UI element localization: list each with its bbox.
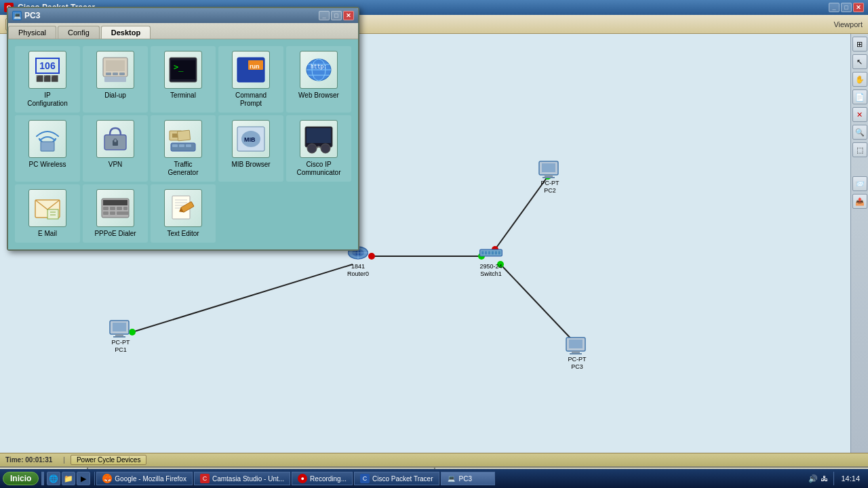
dialog-close[interactable]: ✕ [343,11,354,20]
dialog-title: PC3 [24,11,319,20]
icon-email[interactable]: E Mail [15,184,80,243]
start-button[interactable]: Inicio [3,472,39,485]
pc3-taskbar-label: PC3 [459,475,472,483]
svg-line-3 [500,264,575,343]
dialog-icon: 💻 [12,11,22,20]
svg-rect-55 [41,142,54,151]
mib-browser-icon-box: MIB [232,120,270,158]
icon-command-prompt[interactable]: run CommandPrompt [218,46,283,113]
traffic-gen-label: TrafficGenerator [167,161,198,177]
svg-text:>_: >_ [174,62,184,72]
terminal-label: Terminal [170,92,196,100]
svg-rect-32 [495,251,497,255]
delete-tool-button[interactable]: ✕ [852,107,867,122]
network-node-pc1[interactable]: PC-PTPC1 [108,319,133,354]
web-browser-icon-box: http: [300,51,338,89]
power-cycle-button[interactable]: Power Cycle Devices [71,455,146,465]
icon-cisco-ip-comm[interactable]: Cisco IPCommunicator [286,115,351,182]
switch1-label: 2950-24Switch1 [479,263,502,278]
vpn-label: VPN [108,161,123,169]
dialog-tabs: Physical Config Desktop [8,23,358,39]
icon-pppoe-dialer[interactable]: PPPoE Dialer [83,184,148,243]
icon-terminal[interactable]: >_ Terminal [151,46,216,113]
svg-rect-65 [186,144,191,147]
taskbar-camtasia[interactable]: C Camtasia Studio - Unt... [194,472,290,485]
taskbar-recording[interactable]: ● Recording... [292,472,353,485]
dialog-minimize[interactable]: _ [319,11,330,20]
pppoe-dialer-label: PPPoE Dialer [94,230,136,238]
dialog-controls: _ □ ✕ [319,11,354,20]
icon-web-browser[interactable]: http: Web Browser [286,46,351,113]
command-prompt-icon-box: run [232,51,270,89]
icon-traffic-generator[interactable]: TrafficGenerator [151,115,216,182]
svg-rect-37 [113,73,118,75]
svg-rect-21 [570,353,582,354]
recording-icon: ● [298,474,307,483]
dial-up-icon-box [96,51,134,89]
system-tray: 🔊 🖧 [804,474,832,483]
network-node-pc3[interactable]: PC-PTPC3 [565,336,589,371]
svg-rect-30 [488,251,490,255]
cisco-ip-comm-label: Cisco IPCommunicator [296,161,340,177]
ip-config-icon-box: 106 ⬛⬛⬛ [28,51,66,89]
pc1-label: PC-PTPC1 [112,339,130,354]
icon-pc-wireless[interactable]: PC Wireless [15,115,80,182]
network-node-pc2[interactable]: PC-PTPC2 [538,159,562,195]
network-node-switch1[interactable]: 2950-24Switch1 [479,243,503,278]
icon-vpn[interactable]: VPN [83,115,148,182]
close-button[interactable]: ✕ [853,3,864,12]
minimize-button[interactable]: _ [829,3,840,12]
custom-pdu-button[interactable]: 📤 [852,194,867,209]
pc2-label: PC-PTPC2 [541,180,559,195]
command-prompt-label: CommandPrompt [235,92,267,108]
taskbar-pc3[interactable]: 💻 PC3 [441,472,495,485]
maximize-button[interactable]: □ [841,3,852,12]
router0-label: 1841Router0 [347,263,369,278]
pc3-label: PC-PTPC3 [568,356,587,371]
packet-tracer-icon: C [360,474,370,483]
hand-tool-button[interactable]: ✋ [852,72,867,87]
recording-label: Recording... [310,475,347,483]
pc2-icon [538,159,562,180]
svg-point-71 [307,144,317,153]
note-button[interactable]: 📄 [852,89,867,104]
dialog-titlebar: 💻 PC3 _ □ ✕ [8,8,358,23]
ql-folder[interactable]: 📁 [62,472,75,485]
ql-ie[interactable]: 🌐 [47,472,60,485]
quicklaunch: 🌐 📁 ▶ [47,472,90,485]
dialog-maximize[interactable]: □ [331,11,342,20]
svg-rect-78 [103,200,127,205]
taskbar-firefox[interactable]: 🦊 Google - Mozilla Firefox [96,472,193,485]
icon-ip-configuration[interactable]: 106 ⬛⬛⬛ IPConfiguration [15,46,80,113]
email-icon-box [28,189,66,227]
svg-rect-63 [172,144,178,147]
svg-text:run: run [250,63,260,70]
pc1-icon [108,319,133,339]
tab-config[interactable]: Config [58,26,100,39]
svg-rect-64 [179,144,184,147]
taskbar-packet-tracer[interactable]: C Cisco Packet Tracer [354,472,439,485]
svg-text:http:: http: [311,64,327,70]
icon-text-editor[interactable]: Text Editor [151,184,216,243]
taskbar-clock: 14:14 [835,473,865,484]
svg-rect-11 [113,323,126,331]
tab-desktop[interactable]: Desktop [101,26,151,39]
taskbar-sep-clock [833,472,834,485]
add-pdu-button[interactable]: 📨 [852,176,867,191]
svg-rect-13 [113,336,125,338]
pc-wireless-icon-box [28,120,66,158]
tab-physical[interactable]: Physical [8,26,56,39]
desktop-icons-grid: 106 ⬛⬛⬛ IPConfiguration [15,46,351,243]
svg-rect-17 [542,177,555,178]
select-box-button[interactable]: ⬚ [852,142,867,157]
cursor-button[interactable]: ↖ [852,54,867,69]
zoom-fit-button[interactable]: ⊞ [852,37,867,52]
svg-rect-81 [117,207,122,210]
window-controls: _ □ ✕ [829,3,864,12]
icon-mib-browser[interactable]: MIB MIB Browser [218,115,283,182]
svg-point-72 [321,144,330,153]
icon-dial-up[interactable]: Dial-up [83,46,148,113]
zoom-in-button[interactable]: 🔍 [852,125,867,140]
right-panel: ⊞ ↖ ✋ 📄 ✕ 🔍 ⬚ 📨 📤 [850,34,868,453]
ql-media[interactable]: ▶ [77,472,90,485]
